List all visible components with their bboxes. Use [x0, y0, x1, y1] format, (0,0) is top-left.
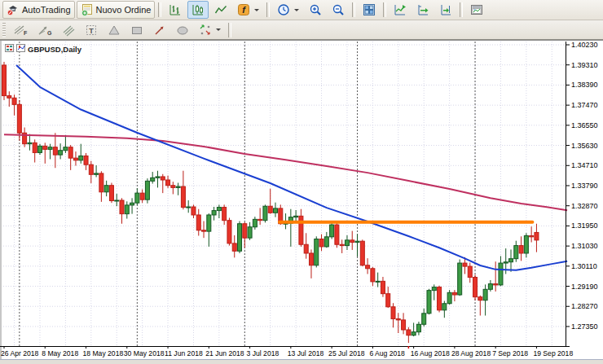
tile-windows-button[interactable]	[359, 1, 380, 19]
autotrading-icon	[7, 3, 20, 16]
gann-icon: G	[37, 24, 52, 37]
chevron-down-icon[interactable]	[294, 9, 299, 11]
chart-shift-button[interactable]	[412, 1, 434, 19]
zoom-in-icon	[309, 3, 322, 16]
toolbar-separator	[228, 23, 231, 37]
candle-body	[376, 281, 380, 282]
candle-body	[48, 147, 52, 150]
candle-body	[104, 186, 108, 192]
candle-body	[294, 216, 298, 217]
candle-body	[402, 320, 406, 330]
candle-body	[335, 225, 339, 244]
candle-body	[12, 98, 16, 104]
x-tick-label: 21 Jun 2018	[205, 349, 244, 357]
timeframes-button[interactable]	[273, 1, 303, 19]
chevron-down-icon[interactable]	[254, 9, 259, 11]
candle-body	[360, 241, 364, 265]
candle-body	[151, 178, 155, 181]
candle-body	[238, 224, 242, 252]
text-button[interactable]: T	[81, 21, 102, 39]
chevron-down-icon[interactable]	[216, 29, 221, 31]
candle-body	[324, 237, 328, 247]
fibonacci-button[interactable]: F	[9, 21, 32, 39]
x-tick-label: 25 Jul 2018	[328, 349, 365, 357]
candle-body	[422, 314, 426, 324]
candle-body	[309, 253, 313, 265]
x-tick-label: 6 Aug 2018	[369, 349, 405, 357]
auto-scroll-button[interactable]	[390, 1, 411, 19]
candle-body	[488, 284, 492, 290]
candlestick-chart-button[interactable]	[187, 1, 209, 19]
candle-body	[258, 219, 262, 220]
gann-button[interactable]: G	[33, 21, 56, 39]
y-tick-label: 1.28270	[571, 302, 598, 310]
zoom-in-button[interactable]	[305, 1, 326, 19]
triangle-icon	[108, 24, 121, 37]
candle-body	[494, 284, 498, 285]
candle-body	[187, 207, 191, 208]
chart-canvas[interactable]: 1.402301.393101.383901.374701.365501.356…	[0, 40, 603, 364]
zoom-out-button[interactable]	[328, 1, 349, 19]
arrow-draw-icon	[153, 24, 166, 37]
candle-body	[171, 186, 175, 188]
bar-chart-button[interactable]	[165, 1, 186, 19]
candle-body	[99, 173, 103, 192]
toolbar-separator	[352, 2, 355, 17]
shift-end-icon	[439, 3, 452, 16]
autotrading-button-label: AutoTrading	[22, 5, 71, 15]
tile-windows-icon	[363, 3, 376, 16]
candle-body	[438, 287, 442, 310]
candle-body	[95, 173, 99, 174]
channels-icon	[62, 24, 75, 37]
candle-body	[217, 208, 221, 211]
line-chart-button[interactable]	[210, 1, 231, 19]
candle-body	[447, 292, 451, 303]
rectangle-button[interactable]	[126, 21, 147, 39]
svg-text:F: F	[24, 30, 28, 36]
template-button[interactable]	[466, 1, 487, 19]
x-tick-label: 8 May 2018	[42, 349, 78, 357]
mini-table-icon	[5, 44, 14, 54]
shift-end-button[interactable]	[435, 1, 456, 19]
arrows-more-button[interactable]	[195, 21, 225, 39]
candle-body	[407, 330, 411, 335]
candle-body	[519, 246, 523, 253]
autotrading-button[interactable]: AutoTrading	[2, 1, 75, 19]
new-order-button[interactable]: Nuovo Ordine	[77, 1, 156, 19]
auto-scroll-icon	[394, 3, 407, 16]
line-chart-icon	[214, 3, 227, 16]
candle-body	[396, 319, 400, 320]
y-tick-label: 1.40230	[571, 41, 598, 49]
chart-window[interactable]: GBPUSD,Daily 1.402301.393101.383901.3747…	[0, 40, 603, 364]
candle-body	[130, 203, 134, 205]
candle-body	[227, 221, 231, 243]
drawing-toolbar: FGT	[0, 20, 603, 40]
y-tick-label: 1.32870	[571, 202, 598, 210]
candle-body	[355, 241, 359, 242]
candle-body	[499, 263, 503, 285]
candle-body	[432, 287, 436, 291]
arrow-draw-button[interactable]	[149, 21, 170, 39]
toolbar-drag-handle[interactable]	[2, 23, 6, 37]
ellipse-button[interactable]	[172, 21, 193, 39]
x-tick-label: 11 Jun 2018	[165, 349, 203, 357]
triangle-button[interactable]	[103, 21, 125, 39]
candle-body	[530, 235, 534, 236]
new-order-icon	[81, 3, 94, 16]
indicators-button[interactable]: f	[233, 1, 263, 19]
candle-body	[222, 208, 227, 221]
y-tick-label: 1.33790	[571, 182, 598, 190]
candle-body	[2, 65, 7, 96]
channels-button[interactable]	[58, 21, 79, 39]
candle-body	[304, 244, 308, 253]
candle-body	[391, 307, 395, 319]
chart-legend: GBPUSD,Daily	[5, 44, 81, 54]
template-icon	[470, 3, 483, 16]
fibonacci-icon: F	[13, 24, 28, 37]
indicators-icon: f	[237, 3, 250, 16]
candle-body	[37, 146, 42, 152]
candle-body	[115, 200, 119, 201]
candle-body	[371, 269, 375, 282]
candle-body	[145, 181, 149, 200]
candle-body	[253, 219, 257, 226]
